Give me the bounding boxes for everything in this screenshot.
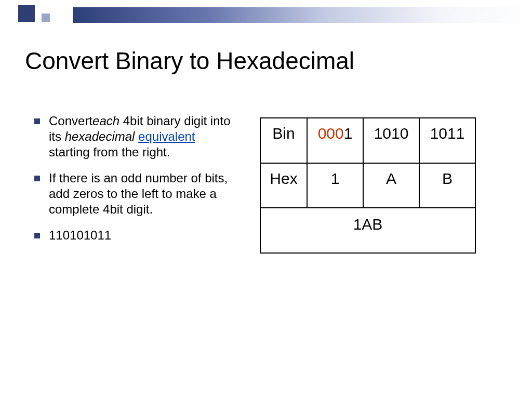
text: 1 <box>344 125 353 142</box>
table-row: Hex 1 A B <box>260 163 475 208</box>
text: Convert <box>49 114 92 128</box>
table-row: Bin 0001 1010 1011 <box>260 118 475 163</box>
cell-result: 1AB <box>260 208 475 253</box>
text: starting from the right. <box>49 145 170 159</box>
gradient-bar <box>73 7 532 23</box>
table-row: 1AB <box>260 208 475 253</box>
square-icon <box>42 14 50 22</box>
cell-hex-3: B <box>419 163 475 208</box>
conversion-table: Bin 0001 1010 1011 Hex 1 A B 1AB <box>260 117 476 254</box>
cell-bin-3: 1011 <box>419 118 475 163</box>
corner-squares <box>0 4 73 26</box>
cell-hex-1: 1 <box>307 163 363 208</box>
slide-content: Converteach 4bit binary digit into its h… <box>31 113 499 254</box>
text-italic: hexadecimal <box>65 129 135 143</box>
slide-top-decoration <box>0 4 532 26</box>
cell-hex-2: A <box>363 163 419 208</box>
list-item: 110101011 <box>31 228 239 243</box>
bullet-list: Converteach 4bit binary digit into its h… <box>31 113 239 254</box>
slide-title: Convert Binary to Hexadecimal <box>25 47 354 75</box>
text-italic: each <box>92 114 119 128</box>
equivalent-link[interactable]: equivalent <box>138 129 195 143</box>
padded-zeros: 000 <box>318 125 344 142</box>
cell-hex-label: Hex <box>260 163 307 208</box>
cell-bin-2: 1010 <box>363 118 419 163</box>
square-icon <box>18 5 35 22</box>
list-item: Converteach 4bit binary digit into its h… <box>31 113 239 160</box>
list-item: If there is an odd number of bits, add z… <box>31 170 239 217</box>
slide: Convert Binary to Hexadecimal Converteac… <box>0 0 532 399</box>
cell-bin-label: Bin <box>260 118 307 163</box>
cell-bin-1: 0001 <box>307 118 363 163</box>
